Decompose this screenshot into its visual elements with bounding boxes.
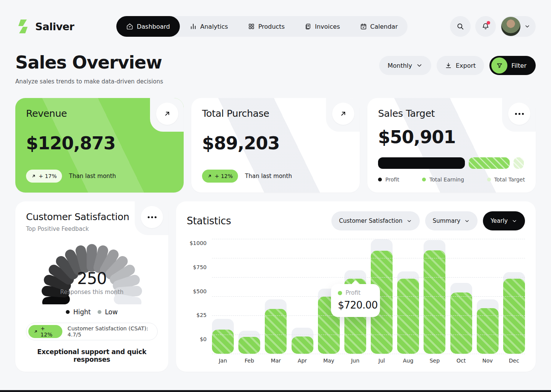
brand-name: Saliver [35,21,74,33]
y-axis-tick: $750 [193,264,207,270]
y-axis-tick: $500 [193,288,207,294]
csat-pill: + 12% Customer Satisfaction (CSAT): 4.7/… [26,323,158,340]
customer-satisfaction-card: Customer Satisfaction Top Positive Feedb… [15,201,168,372]
sales-target-more-button[interactable] [508,103,530,125]
progress-segment-total-target [514,157,524,169]
gridline [212,335,525,335]
gauge-segment [119,299,136,302]
gridline [212,239,525,239]
search-icon [456,23,464,30]
gridline [212,277,525,278]
x-axis-label: Jul [371,358,393,364]
nav-item-label: Invoices [315,23,340,30]
nav-item-label: Products [258,23,285,30]
sales-target-legend: ProfitTotal EarningTotal Target [378,176,525,183]
ellipsis-icon [148,216,156,218]
bar-profit-segment [212,330,234,354]
notification-unread-dot [487,21,490,24]
x-axis-label: Feb [238,358,260,364]
x-axis-label: May [318,358,340,364]
x-axis-label: Mar [265,358,287,364]
satisfaction-gauge: 250 Responses this month [31,236,153,304]
chart-x-axis: JanFebMarAprMayJunJulAugSepOctNovDec [212,358,525,364]
export-button-label: Export [456,62,476,69]
cs-more-button[interactable] [141,206,163,228]
sales-target-progress-bar [378,157,525,169]
invoice-icon [305,23,311,30]
nav-item-products[interactable]: Products [238,16,295,37]
nav-item-dashboard[interactable]: Dashboard [116,16,180,37]
gridline [212,354,525,354]
bar-profit-segment [450,292,472,354]
statistics-title: Statistics [187,215,231,227]
arrow-up-right-icon [34,329,38,334]
chevron-down-icon [524,23,530,29]
tooltip-label: Profit [346,289,360,296]
filter-button[interactable]: Filter [489,56,536,75]
total-purchase-expand-button[interactable] [332,103,354,125]
chevron-down-icon [464,218,470,224]
chevron-down-icon [416,62,423,69]
grid-icon [248,23,255,30]
y-axis-tick: $25 [196,312,207,318]
range-dropdown[interactable]: Yearly [483,211,525,230]
arrow-up-right-icon [163,110,171,118]
tooltip-value: $720.00 [338,299,373,311]
legend-item: Total Target [487,176,525,183]
bar-profit-segment [292,336,313,354]
filter-icon [491,57,507,74]
sales-target-card: Sales Target $50,901 ProfitTotal Earning… [367,98,536,193]
chart-y-axis: $1000$750$500$25$0 [187,239,207,354]
filter-button-label: Filter [511,62,527,69]
bar-profit-segment [424,250,445,354]
tooltip-series-dot [338,291,342,295]
page-controls: Monthly Export Filter [379,56,536,75]
brand-logo-icon [15,19,31,34]
search-button[interactable] [450,16,471,37]
nav-item-calendar[interactable]: Calendar [350,16,408,37]
notifications-button[interactable] [475,16,496,37]
period-dropdown[interactable]: Monthly [379,56,431,75]
total-purchase-compare-label: Than last month [245,173,292,180]
legend-item: Low [98,308,117,316]
main-nav: Dashboard Analytics Products Invoices Ca… [116,16,408,37]
total-purchase-delta-badge: + 12% [202,170,238,183]
csat-score-label: Customer Satisfaction (CSAT): 4.7/5 [68,325,155,338]
top-navigation: Saliver Dashboard Analytics Products Inv… [15,16,536,37]
revenue-card: Revenue $120,873 + 17% Than last month [15,98,184,193]
page-header: Sales Overview Analyze sales trends to m… [15,52,536,85]
view-dropdown[interactable]: Summary [425,211,478,230]
metric-dropdown[interactable]: Customer Satisfaction [331,211,420,230]
x-axis-label: Dec [503,358,525,364]
nav-item-invoices[interactable]: Invoices [295,16,350,37]
total-purchase-card: Total Purchase $89,203 + 12% Than last m… [191,98,360,193]
bottom-row: Customer Satisfaction Top Positive Feedb… [15,201,536,372]
bar-plot: Profit $720.00 [212,239,525,354]
progress-segment-profit [378,157,465,169]
top-actions [450,16,536,37]
legend-item: Hight [66,308,91,316]
gridline [212,258,525,258]
gauge-segment [81,251,85,268]
nav-item-analytics[interactable]: Analytics [180,16,238,37]
brand: Saliver [15,19,74,34]
x-axis-label: Oct [450,358,472,364]
page-subtitle: Analyze sales trends to make data-driven… [15,78,163,85]
legend-item: Total Earning [422,176,464,183]
bar-profit-segment [503,279,525,354]
x-axis-label: Apr [292,358,313,364]
window-bottom-edge [0,390,551,392]
legend-item: Profit [378,176,399,183]
revenue-value: $120,873 [26,133,173,154]
x-axis-label: Sep [424,358,445,364]
revenue-expand-button[interactable] [156,103,178,125]
progress-segment-total-earning [469,157,510,169]
statistics-chart: $1000$750$500$25$0 Profit $720.00 JanFeb… [187,239,525,364]
revenue-delta-badge: + 17% [26,170,62,183]
statistics-filters: Customer Satisfaction Summary Yearly [331,211,525,230]
profile-menu[interactable] [500,16,536,37]
y-axis-tick: $1000 [189,240,207,246]
arrow-up-right-icon [207,174,212,178]
export-button[interactable]: Export [437,56,484,75]
x-axis-label: Jun [344,358,366,364]
